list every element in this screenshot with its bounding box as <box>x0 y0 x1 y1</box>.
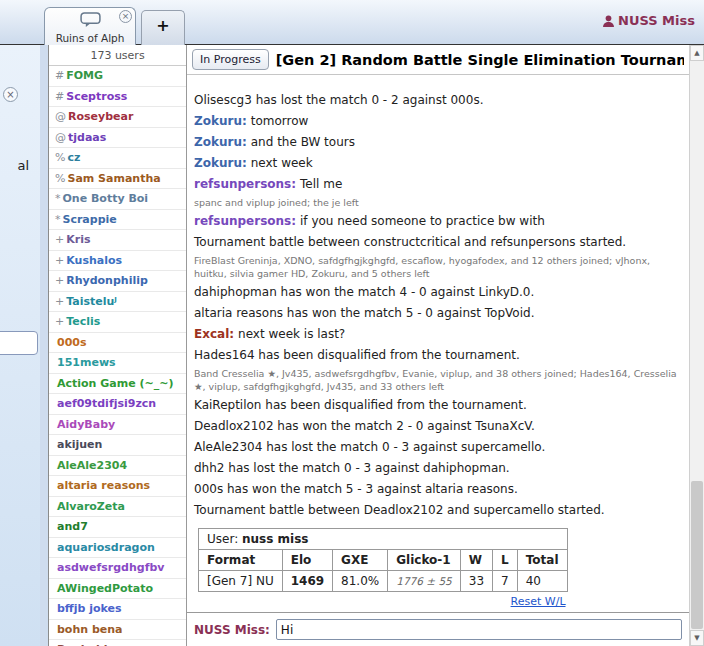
userlist: 173 users #FOMG #Sceptross @Roseybear @t… <box>49 45 187 646</box>
rank-symbol: % <box>55 151 65 164</box>
username: Taisteluᴶ <box>66 295 117 308</box>
userlist-item[interactable]: @Roseybear <box>49 107 186 128</box>
username: tjdaas <box>68 131 106 144</box>
col-elo: Elo <box>282 550 332 571</box>
userlist-item[interactable]: aef09tdifjsi9zcn <box>49 394 186 415</box>
username: 151mews <box>57 356 116 369</box>
chat-column: In Progress [Gen 2] Random Battle Single… <box>187 45 689 646</box>
userlist-item[interactable]: +Kris <box>49 230 186 251</box>
rank-symbol: @ <box>55 110 66 123</box>
chat-username[interactable]: refsunpersons: <box>194 214 296 228</box>
username: AWingedPotato <box>57 582 153 595</box>
username: Rhydonphilip <box>66 274 148 287</box>
background-close-icon[interactable]: × <box>3 87 18 102</box>
userlist-count[interactable]: 173 users <box>49 45 186 66</box>
tournament-status-button[interactable]: In Progress <box>192 49 269 70</box>
userlist-item[interactable]: aquariosdragon <box>49 538 186 559</box>
scroll-up-icon[interactable]: ▲ <box>690 45 704 61</box>
reset-wl-link[interactable]: Reset W/L <box>198 592 568 608</box>
userlist-item[interactable]: #FOMG <box>49 66 186 87</box>
userlist-item[interactable]: +Taisteluᴶ <box>49 292 186 313</box>
rating-user-cell: User: nuss miss <box>199 529 568 550</box>
col-total: Total <box>517 550 567 571</box>
chat-text: next week is last? <box>238 327 345 341</box>
chat-input-bar: NUSS Miss: <box>187 612 689 646</box>
userlist-item[interactable]: 000s <box>49 333 186 354</box>
userlist-item[interactable]: %cz <box>49 148 186 169</box>
username: bffjb jokes <box>57 602 122 615</box>
gxe-cell: 81.0% <box>333 571 388 592</box>
total-cell: 40 <box>517 571 567 592</box>
new-tab-button[interactable]: + <box>141 10 185 45</box>
tournament-message: AleAle2304 has lost the match 0 - 3 agai… <box>191 437 685 458</box>
userlist-item[interactable]: *One Botty Boi <box>49 189 186 210</box>
chat-room-panel: 173 users #FOMG #Sceptross @Roseybear @t… <box>48 45 689 646</box>
vertical-scrollbar[interactable]: ▲ ▼ <box>689 45 704 646</box>
username: Sceptross <box>66 90 127 103</box>
rating-user-row: User: nuss miss <box>199 529 568 550</box>
userlist-item[interactable]: #Sceptross <box>49 87 186 108</box>
chat-text: if you need someone to practice bw with <box>300 214 545 228</box>
userlist-item[interactable]: Bauhabla <box>49 640 186 646</box>
background-text-fragment: al <box>17 158 29 173</box>
rank-symbol: @ <box>55 131 66 144</box>
userlist-item[interactable]: altaria reasons <box>49 476 186 497</box>
username: 000s <box>57 336 87 349</box>
scroll-down-icon[interactable]: ▼ <box>690 630 704 646</box>
tab-label: Ruins of Alph <box>45 32 135 44</box>
current-user-button[interactable]: NUSS Miss <box>603 13 695 28</box>
rank-symbol: * <box>55 213 61 226</box>
tournament-message: Hades164 has been disqualified from the … <box>191 345 685 366</box>
chat-username[interactable]: Zokuru: <box>194 114 247 128</box>
username: AleAle2304 <box>57 459 127 472</box>
userlist-item[interactable]: %Sam Samantha <box>49 169 186 190</box>
rating-table: User: nuss miss Format Elo GXE Glicko-1 … <box>198 528 568 592</box>
chat-username[interactable]: Zokuru: <box>194 156 247 170</box>
userlist-item[interactable]: bohn bena <box>49 620 186 641</box>
chat-username[interactable]: Excal: <box>194 327 234 341</box>
userlist-item[interactable]: 151mews <box>49 353 186 374</box>
userlist-item[interactable]: akijuen <box>49 435 186 456</box>
chat-input[interactable] <box>276 619 682 640</box>
col-w: W <box>460 550 492 571</box>
chat-username[interactable]: Zokuru: <box>194 135 247 149</box>
username: Sam Samantha <box>67 172 160 185</box>
userlist-item[interactable]: +Rhydonphilip <box>49 271 186 292</box>
tournament-message: dahiphopman has won the match 4 - 0 agai… <box>191 282 685 303</box>
userlist-item[interactable]: AlvaroZeta <box>49 497 186 518</box>
tab-close-icon[interactable]: × <box>119 10 132 23</box>
username: Scrappie <box>63 213 117 226</box>
user-icon <box>603 15 614 27</box>
username: cz <box>67 151 80 164</box>
userlist-item[interactable]: and7 <box>49 517 186 538</box>
userlist-item[interactable]: AWingedPotato <box>49 579 186 600</box>
rating-header-row: Format Elo GXE Glicko-1 W L Total <box>199 550 568 571</box>
rank-symbol: * <box>55 192 61 205</box>
background-input-fragment[interactable] <box>0 331 38 355</box>
username: Teclis <box>66 315 100 328</box>
tournament-message: altaria reasons has won the match 5 - 0 … <box>191 303 685 324</box>
chat-message: Excal:next week is last? <box>191 324 685 345</box>
userlist-item[interactable]: +Teclis <box>49 312 186 333</box>
rank-symbol: + <box>55 233 64 246</box>
userlist-item[interactable]: AleAle2304 <box>49 456 186 477</box>
userlist-item[interactable]: Action Game (~_~) <box>49 374 186 395</box>
userlist-item[interactable]: +Kushalos <box>49 251 186 272</box>
username: Kris <box>66 233 90 246</box>
chat-message: Zokuru:tomorrow <box>191 111 685 132</box>
join-leave-message: spanc and viplup joined; the je left <box>191 195 685 212</box>
userlist-item[interactable]: asdwefsrgdhgfbv <box>49 558 186 579</box>
userlist-item[interactable]: *Scrappie <box>49 210 186 231</box>
chat-message: Zokuru:next week <box>191 153 685 174</box>
tab-ruins-of-alph[interactable]: Ruins of Alph × <box>44 7 136 45</box>
glicko-cell: 1776 ± 55 <box>388 571 461 592</box>
scrollbar-thumb[interactable] <box>691 481 703 629</box>
background-panel-sliver: × al <box>0 45 40 646</box>
col-l: L <box>493 550 518 571</box>
chat-username[interactable]: refsunpersons: <box>194 177 296 191</box>
l-cell: 7 <box>493 571 518 592</box>
chat-log: Olisescg3 has lost the match 0 - 2 again… <box>187 75 689 612</box>
userlist-item[interactable]: bffjb jokes <box>49 599 186 620</box>
userlist-item[interactable]: AidyBaby <box>49 415 186 436</box>
userlist-item[interactable]: @tjdaas <box>49 128 186 149</box>
